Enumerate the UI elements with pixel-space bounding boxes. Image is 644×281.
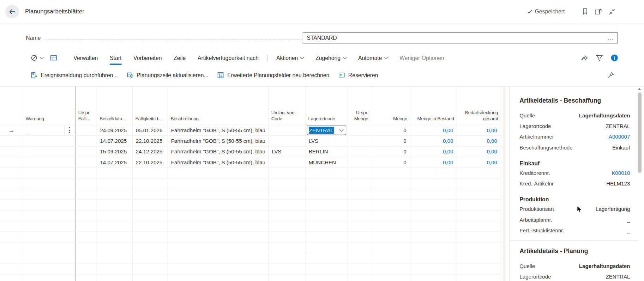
filter-icon[interactable] <box>596 55 603 61</box>
menu-automate[interactable]: Automate <box>358 55 388 61</box>
design-grid-icon[interactable] <box>50 55 57 61</box>
col-header-warnung[interactable]: Warnung <box>23 87 75 125</box>
cell-bestelldatum[interactable]: 14.07.2025 <box>97 157 132 167</box>
name-input[interactable]: STANDARD ... <box>303 32 618 43</box>
cell-urspr_menge[interactable] <box>348 146 371 157</box>
cell-urspr_faelligkeit[interactable] <box>75 157 97 167</box>
cell-bestelldatum[interactable]: 15.09.2025 <box>97 146 132 157</box>
factbox-title[interactable]: Artikeldetails - Beschaffung <box>519 97 630 104</box>
cell-bedarfsdeckung[interactable]: 0,00 <box>457 157 501 167</box>
cell-urspr_menge[interactable] <box>348 125 371 135</box>
empty-row[interactable] <box>0 167 501 178</box>
cell-urspr_menge[interactable] <box>348 157 371 167</box>
empty-row[interactable] <box>0 200 501 210</box>
col-header-faelligkeitsdatum[interactable]: Fälligkeitsd... <box>132 87 168 125</box>
page-scrollbar[interactable] <box>637 88 642 280</box>
col-header-selector[interactable] <box>0 87 23 125</box>
cell-urspr_faelligkeit[interactable] <box>75 125 97 135</box>
menu-vorbereiten[interactable]: Vorbereiten <box>133 55 162 61</box>
empty-row[interactable] <box>0 178 501 189</box>
cell-selector[interactable] <box>0 146 23 157</box>
grid-scrollbar[interactable] <box>503 87 506 281</box>
cell-urspr_faelligkeit[interactable] <box>75 146 97 157</box>
cell-urspr_faelligkeit[interactable] <box>75 135 97 146</box>
cell-urspr_menge[interactable] <box>348 135 371 146</box>
cell-warnung[interactable]: _ <box>23 125 75 135</box>
row-options-icon[interactable] <box>64 125 75 135</box>
col-header-lagerortcode[interactable]: Lagerortcode <box>305 87 348 125</box>
empty-row[interactable] <box>0 189 501 199</box>
empty-row[interactable] <box>0 210 501 221</box>
cell-beschreibung[interactable]: Fahrradhelm "GOB", S (50-55 cm), blau <box>168 135 268 146</box>
table-row[interactable]: 14.07.202522.10.2025Fahrradhelm "GOB", S… <box>0 157 501 167</box>
cell-bedarfsdeckung[interactable]: 0,00 <box>457 146 501 157</box>
cell-bedarfsdeckung[interactable]: 0,00 <box>457 125 501 135</box>
popout-icon[interactable] <box>595 8 602 14</box>
menu-artikelverfügbarkeit-nach[interactable]: Artikelverfügbarkeit nach <box>198 55 259 61</box>
action-planungszeile-aktualisieren[interactable]: Planungszeile aktualisieren... <box>127 72 208 79</box>
empty-row[interactable] <box>0 274 501 281</box>
menu-weniger-optionen[interactable]: Weniger Optionen <box>399 55 444 61</box>
empty-row[interactable] <box>0 231 501 242</box>
lagerortcode-editor[interactable]: ZENTRAL <box>307 126 346 135</box>
col-header-umlag_von_code[interactable]: Umlag. vonCode <box>268 87 305 125</box>
scroll-up-arrow-icon[interactable] <box>638 88 641 90</box>
circle-slash-icon[interactable] <box>31 55 37 61</box>
cell-menge[interactable]: 0 <box>371 157 410 167</box>
menu-verwalten[interactable]: Verwalten <box>73 55 98 61</box>
cell-bestelldatum[interactable]: 14.07.2025 <box>97 135 132 146</box>
menu-aktionen[interactable]: Aktionen <box>276 55 303 61</box>
col-header-menge[interactable]: Menge <box>371 87 410 125</box>
cell-menge[interactable]: 0 <box>371 135 410 146</box>
cell-menge[interactable]: 0 <box>371 146 410 157</box>
cell-umlag_von_code[interactable] <box>268 135 305 146</box>
action-reservieren[interactable]: Reservieren <box>338 72 378 78</box>
bookmark-icon[interactable] <box>582 8 588 15</box>
cell-lagerortcode[interactable]: LVS <box>305 135 348 146</box>
info-icon[interactable] <box>611 54 618 62</box>
col-header-bestelldatum[interactable]: Bestelldatu... <box>97 87 132 125</box>
factbox-title[interactable]: Artikeldetails - Planung <box>519 248 630 255</box>
collapse-icon[interactable] <box>609 8 615 14</box>
col-header-urspr_faelligkeit[interactable]: Urspr.Fälli... <box>75 87 97 125</box>
cell-beschreibung[interactable]: Fahrradhelm "GOB", S (50-55 cm), blau <box>168 125 268 135</box>
cell-menge[interactable]: 0 <box>371 125 410 135</box>
cell-lagerortcode[interactable]: BERLIN <box>305 146 348 157</box>
share-icon[interactable] <box>581 55 588 61</box>
cell-bedarfsdeckung[interactable]: 0,00 <box>457 135 501 146</box>
menu-start[interactable]: Start <box>110 55 121 61</box>
cell-menge_in_bestand[interactable]: 0,00 <box>410 135 457 146</box>
cell-bestelldatum[interactable]: 24.09.2025 <box>97 125 132 135</box>
cell-menge_in_bestand[interactable]: 0,00 <box>410 146 457 157</box>
assist-edit-button[interactable]: ... <box>608 35 614 41</box>
cell-faelligkeitsdatum[interactable]: 22.10.2025 <box>132 135 168 146</box>
empty-row[interactable] <box>0 221 501 231</box>
cell-umlag_von_code[interactable] <box>268 125 305 135</box>
action-ereignismeldung-durchführen[interactable]: Ereignismeldung durchführen... <box>31 72 118 79</box>
cell-faelligkeitsdatum[interactable]: 05.01.2026 <box>132 125 168 135</box>
cell-selector[interactable] <box>0 157 23 167</box>
menu-zeile[interactable]: Zeile <box>174 55 186 61</box>
cell-menge_in_bestand[interactable]: 0,00 <box>410 157 457 167</box>
scrollbar-thumb[interactable] <box>638 92 641 173</box>
field-value[interactable]: K00010 <box>612 170 630 176</box>
pin-icon[interactable] <box>607 72 614 79</box>
col-header-menge_in_bestand[interactable]: Menge in Bestand <box>410 87 457 125</box>
empty-row[interactable] <box>0 263 501 274</box>
cell-faelligkeitsdatum[interactable]: 24.12.2025 <box>132 146 168 157</box>
table-row[interactable]: 15.09.202524.12.2025Fahrradhelm "GOB", S… <box>0 146 501 157</box>
cell-menge_in_bestand[interactable]: 0,00 <box>410 125 457 135</box>
cell-faelligkeitsdatum[interactable]: 22.10.2025 <box>132 157 168 167</box>
cell-beschreibung[interactable]: Fahrradhelm "GOB", S (50-55 cm), blau <box>168 157 268 167</box>
cell-lagerortcode[interactable]: MÜNCHEN <box>305 157 348 167</box>
col-header-urspr_menge[interactable]: Urspr.Menge <box>348 87 371 125</box>
cell-lagerortcode[interactable]: ZENTRAL <box>305 125 348 135</box>
table-row[interactable]: →_24.09.202505.01.2026Fahrradhelm "GOB",… <box>0 125 501 135</box>
empty-row[interactable] <box>0 253 501 263</box>
cell-warnung[interactable] <box>23 146 75 157</box>
cell-selector[interactable]: → <box>0 125 23 135</box>
cell-beschreibung[interactable]: Fahrradhelm "GOB", S (50-55 cm), blau <box>168 146 268 157</box>
col-header-beschreibung[interactable]: Beschreibung <box>168 87 268 125</box>
cell-umlag_von_code[interactable]: LVS <box>268 146 305 157</box>
action-erweiterte-planungsfelder-neu-berechnen[interactable]: Erweiterte Planungsfelder neu berechnen <box>217 72 329 79</box>
